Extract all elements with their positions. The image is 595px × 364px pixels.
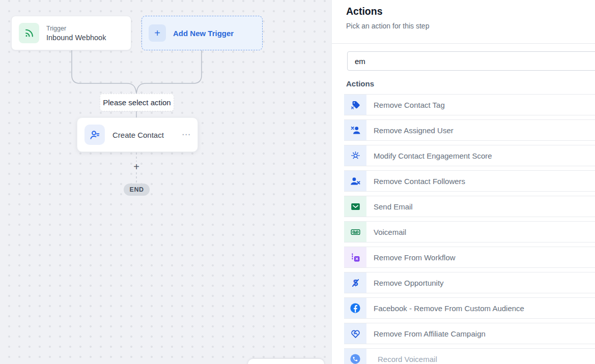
remove-opportunity-icon: $ — [344, 272, 366, 293]
add-new-trigger-label: Add New Trigger — [173, 29, 234, 38]
trigger-node-kind: Trigger — [46, 25, 106, 32]
action-item-label: Voicemail — [366, 222, 406, 242]
trigger-node[interactable]: Trigger Inbound Webhook — [11, 16, 131, 50]
remove-from-workflow-icon — [344, 247, 366, 267]
action-item-label: Record Voicemail — [366, 349, 437, 364]
plus-icon: + — [149, 24, 166, 42]
action-item-label: Remove From Affiliate Campaign — [366, 323, 486, 344]
action-item-label: Facebook - Remove From Custom Audience — [366, 298, 524, 318]
action-item-facebook-remove-from-custom-audience[interactable]: Facebook - Remove From Custom Audience — [344, 297, 595, 319]
create-contact-node[interactable]: Create Contact ⋯ — [77, 117, 198, 152]
canvas-toolbar-partial — [248, 359, 324, 364]
action-item-remove-from-affiliate-campaign[interactable]: Remove From Affiliate Campaign — [344, 323, 595, 344]
action-item-record-voicemail[interactable]: Record Voicemail — [344, 348, 595, 364]
create-contact-label: Create Contact — [112, 131, 164, 139]
action-item-send-email[interactable]: Send Email — [344, 196, 595, 217]
action-item-remove-contact-tag[interactable]: Remove Contact Tag — [344, 94, 595, 115]
action-item-label: Remove Assigned User — [366, 120, 454, 140]
trigger-node-name: Inbound Webhook — [46, 34, 106, 42]
panel-divider — [332, 43, 595, 44]
action-item-remove-from-workflow[interactable]: Remove From Workflow — [344, 247, 595, 268]
add-new-trigger-button[interactable]: + Add New Trigger — [141, 16, 263, 50]
remove-assigned-user-icon — [344, 120, 366, 140]
send-email-icon — [344, 196, 366, 217]
facebook-icon — [344, 298, 366, 318]
action-item-voicemail[interactable]: Voicemail — [344, 221, 595, 242]
end-badge-text: END — [130, 186, 144, 193]
action-item-label: Remove Opportunity — [366, 272, 444, 293]
action-item-modify-contact-engagement-score[interactable]: Modify Contact Engagement Score — [344, 145, 595, 166]
remove-affiliate-icon — [344, 323, 366, 344]
panel-subtitle: Pick an action for this step — [346, 22, 581, 31]
end-badge: END — [124, 184, 150, 196]
workflow-canvas[interactable]: Trigger Inbound Webhook + Add New Trigge… — [0, 0, 331, 364]
actions-section-label: Actions — [346, 80, 595, 87]
node-menu-icon[interactable]: ⋯ — [182, 132, 191, 137]
action-item-remove-contact-followers[interactable]: Remove Contact Followers — [344, 170, 595, 192]
actions-list: Remove Contact Tag Remove Assigned User … — [344, 94, 595, 364]
engagement-score-icon — [344, 145, 366, 166]
voicemail-icon — [344, 222, 366, 242]
action-item-label: Remove Contact Followers — [366, 171, 465, 191]
remove-followers-icon — [344, 171, 366, 191]
add-step-plus-glyph: + — [133, 161, 139, 172]
remove-tag-icon — [344, 95, 366, 115]
record-voicemail-icon — [344, 349, 366, 364]
action-item-remove-assigned-user[interactable]: Remove Assigned User — [344, 119, 595, 141]
action-item-remove-opportunity[interactable]: $ Remove Opportunity — [344, 272, 595, 293]
action-item-label: Modify Contact Engagement Score — [366, 145, 492, 166]
select-action-hint: Please select action — [100, 94, 174, 111]
action-item-label: Send Email — [366, 196, 413, 217]
action-item-label: Remove From Workflow — [366, 247, 456, 267]
add-step-button[interactable]: + — [133, 162, 139, 172]
select-action-hint-text: Please select action — [103, 98, 171, 107]
plus-glyph: + — [154, 27, 160, 39]
create-contact-icon — [84, 125, 105, 145]
action-item-label: Remove Contact Tag — [366, 95, 445, 115]
connector-lines — [0, 0, 331, 364]
action-search-input[interactable] — [347, 51, 595, 71]
inbound-webhook-icon — [19, 23, 39, 43]
actions-panel: Actions Pick an action for this step Act… — [331, 0, 595, 364]
panel-title: Actions — [346, 6, 581, 17]
